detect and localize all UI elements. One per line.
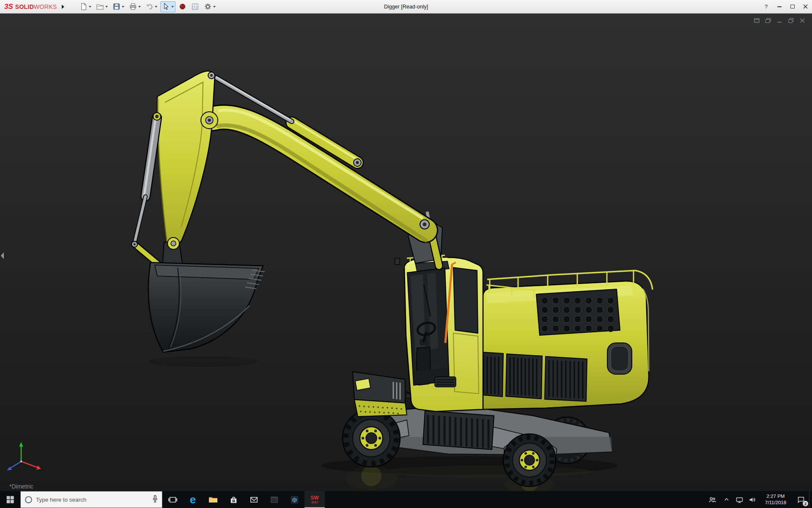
printer-icon: [129, 3, 137, 11]
select-tool-button[interactable]: [160, 1, 176, 12]
feature-panel-tab[interactable]: [0, 251, 5, 261]
close-icon: [803, 4, 808, 9]
dark-app-window-icon: [269, 495, 279, 505]
network-icon: [735, 495, 744, 504]
open-folder-icon: [96, 3, 104, 11]
minimize-document-button[interactable]: [776, 17, 783, 24]
help-button[interactable]: ?: [760, 0, 773, 14]
minimize-button[interactable]: [773, 0, 786, 14]
3d-scene[interactable]: *Dimetric: [0, 14, 812, 491]
view-orientation-label: *Dimetric: [9, 483, 33, 490]
graphics-viewport[interactable]: *Dimetric: [0, 14, 812, 491]
rear-vent-inner: [611, 346, 628, 371]
save-button[interactable]: [111, 1, 126, 12]
new-document-button[interactable]: [78, 1, 93, 12]
cortana-ring-icon: [25, 496, 33, 504]
solidworks-app-button[interactable]: SW 2017: [304, 491, 325, 508]
titlebar: 3SSOLIDWORKS: [0, 0, 812, 14]
undo-button[interactable]: [144, 1, 159, 12]
people-button[interactable]: [704, 491, 720, 508]
file-explorer-button[interactable]: [203, 491, 223, 508]
rear-wheel[interactable]: [503, 434, 556, 486]
chevron-down-icon: [213, 6, 216, 9]
front-frame[interactable]: [353, 372, 407, 417]
edge-logo-icon: e: [190, 494, 196, 505]
ds-logo-mark: 3S: [4, 3, 13, 11]
edge-browser-button[interactable]: e: [183, 491, 203, 508]
restore-document-icon: [788, 18, 794, 23]
people-icon: [708, 495, 717, 505]
chevron-down-icon: [89, 6, 91, 9]
side-grilles: [468, 351, 587, 401]
action-center-button[interactable]: 2: [793, 491, 809, 508]
spreadsheet-button[interactable]: [189, 1, 201, 12]
red-sphere-icon: [178, 3, 187, 11]
hidden-icons-button[interactable]: [720, 491, 733, 508]
solidworks-icon: SW: [310, 495, 318, 500]
options-button[interactable]: [202, 1, 217, 12]
undo-arrow-icon: [145, 3, 154, 11]
maximize-button[interactable]: [786, 0, 799, 14]
quick-access-toolbar: [78, 1, 217, 12]
taskbar: e SW 2017 2:27 PM 7/11/2018: [0, 491, 812, 508]
close-document-button[interactable]: [798, 17, 806, 24]
new-window-icon: [754, 18, 760, 23]
solidworks-logo: 3SSOLIDWORKS: [0, 3, 59, 11]
mirror: [395, 258, 400, 265]
select-arrow-icon: [162, 3, 170, 11]
microphone-icon: [152, 495, 158, 503]
microphone-button[interactable]: [152, 495, 158, 504]
minimize-document-icon: [776, 18, 783, 23]
engine-housing[interactable]: [468, 271, 653, 409]
chevron-down-icon: [105, 6, 108, 9]
open-button[interactable]: [94, 1, 110, 12]
cascade-windows-icon: [765, 18, 771, 23]
restore-document-button[interactable]: [787, 17, 795, 24]
close-document-icon: [799, 18, 806, 23]
system-tray: 2:27 PM 7/11/2018 2: [704, 491, 812, 508]
notification-badge: 2: [803, 501, 808, 506]
show-desktop-button[interactable]: [809, 491, 812, 508]
chevron-down-icon: [138, 6, 141, 9]
options-gear-icon: [204, 3, 212, 11]
chevron-down-icon: [171, 6, 174, 9]
right-triangle-icon: [62, 5, 64, 9]
print-button[interactable]: [127, 1, 143, 12]
windows-logo-icon: [5, 495, 15, 504]
clock-date: 7/11/2018: [765, 500, 786, 506]
mail-button[interactable]: [244, 491, 264, 508]
spreadsheet-icon: [191, 3, 199, 11]
speaker-icon: [748, 495, 757, 504]
task-view-icon: [168, 495, 178, 505]
taskbar-clock[interactable]: 2:27 PM 7/11/2018: [758, 491, 793, 508]
cascade-windows-button[interactable]: [764, 17, 772, 24]
new-window-button[interactable]: [753, 17, 760, 24]
task-view-button[interactable]: [162, 491, 183, 508]
maximize-icon: [790, 5, 795, 8]
file-explorer-icon: [208, 494, 218, 505]
new-document-icon: [80, 3, 88, 11]
search-input[interactable]: [36, 497, 148, 503]
window-title: Digger [Read-only]: [384, 0, 428, 14]
red-sphere-button[interactable]: [177, 1, 188, 12]
cube-app-button[interactable]: [284, 491, 304, 508]
start-button[interactable]: [0, 491, 20, 508]
store-button[interactable]: [223, 491, 244, 508]
chevron-down-icon: [122, 6, 124, 9]
chevron-down-icon: [155, 6, 157, 9]
front-wheel[interactable]: [343, 409, 400, 467]
menu-expand-arrow[interactable]: [59, 2, 67, 11]
close-button[interactable]: [799, 0, 812, 14]
volume-button[interactable]: [746, 491, 758, 508]
network-button[interactable]: [733, 491, 746, 508]
window-controls: ?: [760, 0, 812, 14]
taskbar-search[interactable]: [20, 491, 162, 508]
minimize-icon: [777, 6, 782, 7]
save-floppy-icon: [112, 3, 121, 11]
clock-time: 2:27 PM: [767, 493, 785, 500]
dark-app-window-button[interactable]: [264, 491, 284, 508]
cube-app-icon: [290, 495, 299, 505]
document-window-controls: [753, 17, 806, 24]
chevron-up-icon: [722, 495, 731, 504]
panel-collapse-arrow-icon: [0, 251, 4, 260]
